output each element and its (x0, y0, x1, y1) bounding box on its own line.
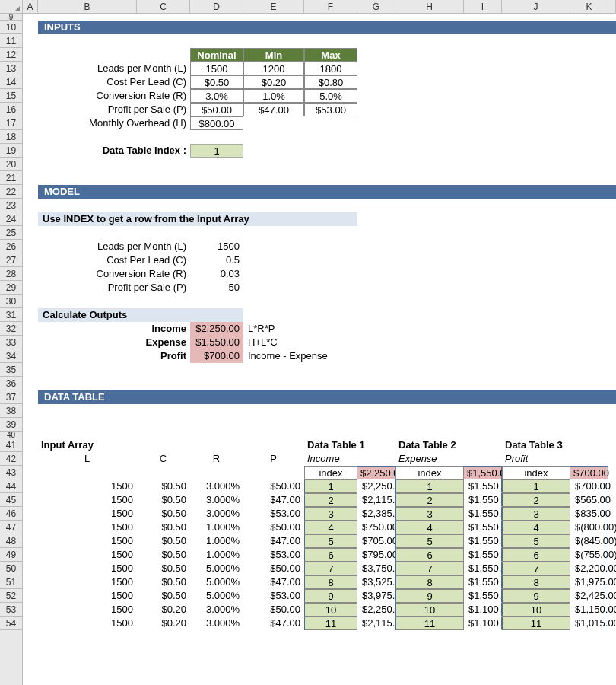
col-header-C[interactable]: C (137, 0, 190, 13)
input-array-8-P[interactable]: $53.00 (243, 589, 304, 603)
row-header-39[interactable]: 39 (0, 418, 22, 432)
dt-0-val-4[interactable]: $705.00 (357, 534, 395, 548)
input-val-3-1[interactable]: $47.00 (243, 103, 304, 116)
row-header-30[interactable]: 30 (0, 295, 22, 308)
row-header-42[interactable]: 42 (0, 452, 22, 466)
dt-0-val-6[interactable]: $3,750.00 (357, 562, 395, 575)
input-array-0-P[interactable]: $50.00 (243, 480, 304, 493)
model-val-2[interactable]: 0.03 (190, 267, 243, 281)
dt-1-val-7[interactable]: $1,550.00 (464, 575, 502, 589)
grid[interactable]: INPUTSNominalMinMaxLeads per Month (L)15… (23, 14, 616, 685)
dt-val-hdr-1[interactable]: $1,550.00 (464, 466, 502, 480)
input-array-2-C[interactable]: $0.50 (137, 507, 190, 521)
dt-0-val-3[interactable]: $750.00 (357, 521, 395, 534)
dt-1-idx-9[interactable]: 10 (395, 603, 464, 616)
row-header-28[interactable]: 28 (0, 267, 22, 281)
row-header-10[interactable]: 10 (0, 21, 22, 34)
input-array-1-L[interactable]: 1500 (38, 493, 137, 507)
input-val-2-2[interactable]: 5.0% (304, 89, 357, 103)
row-header-12[interactable]: 12 (0, 48, 22, 62)
row-header-34[interactable]: 34 (0, 349, 22, 363)
dt-1-val-4[interactable]: $1,550.00 (464, 534, 502, 548)
col-header-A[interactable]: A (23, 0, 38, 13)
dt-0-idx-5[interactable]: 6 (304, 548, 357, 562)
dt-2-idx-8[interactable]: 9 (502, 589, 570, 603)
input-val-3-0[interactable]: $50.00 (190, 103, 243, 116)
dt-0-val-1[interactable]: $2,115.00 (357, 493, 395, 507)
row-header-53[interactable]: 53 (0, 603, 22, 616)
dt-2-val-7[interactable]: $1,975.00 (570, 575, 608, 589)
col-header-E[interactable]: E (243, 0, 304, 13)
model-val-0[interactable]: 1500 (190, 240, 243, 253)
row-header-44[interactable]: 44 (0, 480, 22, 493)
input-array-3-L[interactable]: 1500 (38, 521, 137, 534)
dt-0-val-2[interactable]: $2,385.00 (357, 507, 395, 521)
row-header-29[interactable]: 29 (0, 281, 22, 295)
dt-1-idx-2[interactable]: 3 (395, 507, 464, 521)
dt-2-val-2[interactable]: $835.00 (570, 507, 608, 521)
input-array-8-R[interactable]: 5.000% (190, 589, 243, 603)
dt-val-hdr-2[interactable]: $700.00 (570, 466, 608, 480)
dt-0-val-5[interactable]: $795.00 (357, 548, 395, 562)
col-header-D[interactable]: D (190, 0, 243, 13)
input-array-5-L[interactable]: 1500 (38, 548, 137, 562)
input-array-10-R[interactable]: 3.000% (190, 616, 243, 630)
input-array-2-L[interactable]: 1500 (38, 507, 137, 521)
dt-2-idx-3[interactable]: 4 (502, 521, 570, 534)
input-array-9-L[interactable]: 1500 (38, 603, 137, 616)
row-header-36[interactable]: 36 (0, 377, 22, 390)
input-array-6-C[interactable]: $0.50 (137, 562, 190, 575)
input-array-5-C[interactable]: $0.50 (137, 548, 190, 562)
row-header-33[interactable]: 33 (0, 336, 22, 349)
input-array-1-P[interactable]: $47.00 (243, 493, 304, 507)
input-array-9-P[interactable]: $50.00 (243, 603, 304, 616)
input-array-7-L[interactable]: 1500 (38, 575, 137, 589)
row-header-37[interactable]: 37 (0, 390, 22, 404)
output-val-2[interactable]: $700.00 (190, 349, 243, 363)
dt-0-val-10[interactable]: $2,115.00 (357, 616, 395, 630)
input-array-6-P[interactable]: $50.00 (243, 562, 304, 575)
input-array-4-P[interactable]: $47.00 (243, 534, 304, 548)
select-all-corner[interactable] (0, 0, 23, 13)
row-header-32[interactable]: 32 (0, 322, 22, 336)
row-header-45[interactable]: 45 (0, 493, 22, 507)
dt-1-idx-3[interactable]: 4 (395, 521, 464, 534)
input-array-10-P[interactable]: $47.00 (243, 616, 304, 630)
output-val-1[interactable]: $1,550.00 (190, 336, 243, 349)
input-array-6-L[interactable]: 1500 (38, 562, 137, 575)
dt-2-idx-10[interactable]: 11 (502, 616, 570, 630)
input-array-6-R[interactable]: 5.000% (190, 562, 243, 575)
input-array-3-R[interactable]: 1.000% (190, 521, 243, 534)
dt-0-idx-8[interactable]: 9 (304, 589, 357, 603)
dt-0-idx-2[interactable]: 3 (304, 507, 357, 521)
dt-2-idx-0[interactable]: 1 (502, 480, 570, 493)
row-header-23[interactable]: 23 (0, 199, 22, 212)
row-header-52[interactable]: 52 (0, 589, 22, 603)
row-header-20[interactable]: 20 (0, 158, 22, 171)
dt-2-idx-5[interactable]: 6 (502, 548, 570, 562)
row-header-17[interactable]: 17 (0, 116, 22, 130)
dt-0-val-0[interactable]: $2,250.00 (357, 480, 395, 493)
dt-1-idx-6[interactable]: 7 (395, 562, 464, 575)
input-array-5-P[interactable]: $53.00 (243, 548, 304, 562)
col-header-K[interactable]: K (570, 0, 608, 13)
input-array-8-C[interactable]: $0.50 (137, 589, 190, 603)
dt-1-idx-4[interactable]: 5 (395, 534, 464, 548)
dt-0-val-7[interactable]: $3,525.00 (357, 575, 395, 589)
input-array-3-C[interactable]: $0.50 (137, 521, 190, 534)
dt-val-hdr-0[interactable]: $2,250.00 (357, 466, 395, 480)
dt-0-idx-1[interactable]: 2 (304, 493, 357, 507)
dt-0-idx-7[interactable]: 8 (304, 575, 357, 589)
dt-1-idx-0[interactable]: 1 (395, 480, 464, 493)
row-header-51[interactable]: 51 (0, 575, 22, 589)
row-header-50[interactable]: 50 (0, 562, 22, 575)
dt-2-idx-4[interactable]: 5 (502, 534, 570, 548)
dt-2-val-6[interactable]: $2,200.00 (570, 562, 608, 575)
dt-0-idx-6[interactable]: 7 (304, 562, 357, 575)
input-array-1-C[interactable]: $0.50 (137, 493, 190, 507)
col-header-I[interactable]: I (464, 0, 502, 13)
data-table-index-value[interactable]: 1 (190, 144, 243, 158)
input-array-2-P[interactable]: $53.00 (243, 507, 304, 521)
dt-2-val-1[interactable]: $565.00 (570, 493, 608, 507)
input-val-0-0[interactable]: 1500 (190, 62, 243, 75)
